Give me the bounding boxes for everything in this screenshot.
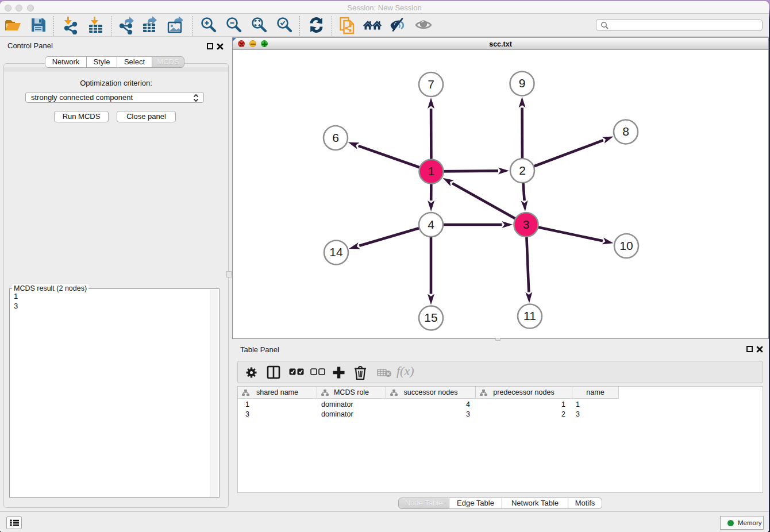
svg-text:1: 1 (428, 164, 435, 178)
svg-text:14: 14 (329, 245, 343, 259)
svg-text:10: 10 (619, 239, 633, 252)
svg-text:15: 15 (424, 311, 437, 324)
svg-text:4: 4 (428, 218, 434, 231)
svg-text:2: 2 (519, 164, 526, 177)
svg-text:7: 7 (428, 78, 434, 91)
svg-text:6: 6 (332, 131, 339, 144)
svg-text:8: 8 (622, 125, 629, 138)
svg-text:9: 9 (519, 76, 526, 90)
svg-text:3: 3 (523, 218, 530, 231)
svg-text:11: 11 (523, 309, 536, 322)
